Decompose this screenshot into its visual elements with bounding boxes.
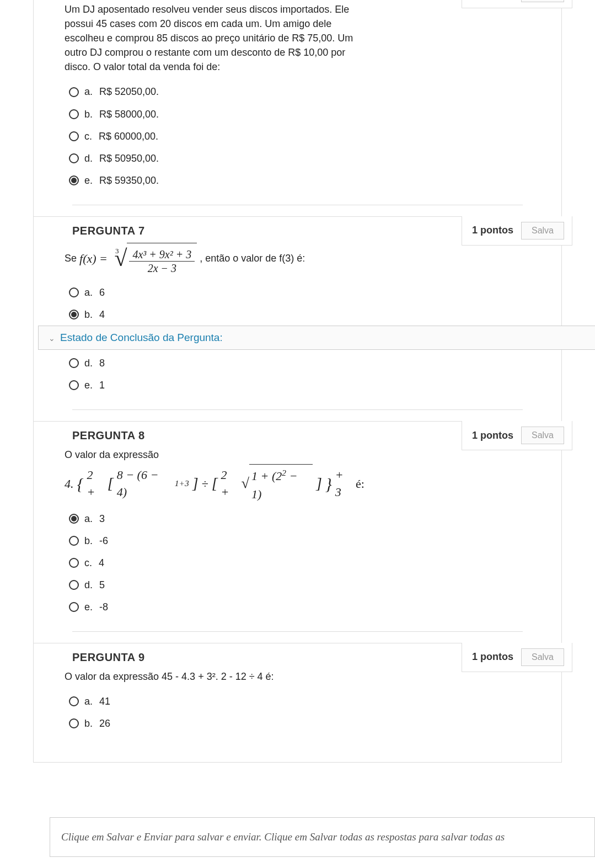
option-letter: e.: [84, 173, 93, 188]
option-row[interactable]: a.6: [65, 281, 364, 303]
radio-button[interactable]: [69, 109, 79, 119]
option-text: -6: [99, 534, 108, 548]
options-list: d.8e.1: [65, 352, 364, 396]
radio-button[interactable]: [69, 87, 79, 97]
option-letter: a.: [84, 84, 93, 99]
question-meta: 1 pontos Salva: [462, 0, 572, 8]
radio-button[interactable]: [69, 602, 79, 612]
option-row[interactable]: a.3: [65, 508, 364, 530]
options-list: a.41b.26: [65, 690, 364, 734]
radio-button[interactable]: [69, 580, 79, 590]
option-row[interactable]: b.4: [65, 303, 364, 326]
save-button[interactable]: Salva: [521, 427, 564, 444]
option-text: R$ 60000,00.: [99, 129, 158, 143]
option-letter: e.: [84, 600, 93, 614]
option-letter: c.: [84, 129, 92, 143]
question-6-block: 1 pontos Salva PERGUNTA 6 Um DJ aposenta…: [34, 0, 561, 216]
option-row[interactable]: a.R$ 52050,00.: [65, 81, 364, 103]
option-letter: a.: [84, 694, 93, 709]
option-letter: c.: [84, 556, 92, 570]
radio-button[interactable]: [69, 380, 79, 390]
question-9-block: 1 pontos Salva PERGUNTA 9 O valor da exp…: [34, 643, 561, 745]
option-row[interactable]: a.41: [65, 690, 364, 712]
radio-button[interactable]: [69, 558, 79, 568]
option-row[interactable]: c.R$ 60000,00.: [65, 125, 364, 147]
options-list: a.3b.-6c.4d.5e.-8: [65, 508, 364, 618]
fraction-denominator: 2x − 3: [144, 262, 180, 275]
option-text: 5: [99, 578, 105, 592]
option-text: 6: [99, 285, 105, 300]
option-letter: e.: [84, 378, 93, 392]
radio-button[interactable]: [69, 536, 79, 546]
radio-button[interactable]: [69, 718, 79, 728]
radio-button[interactable]: [69, 310, 79, 319]
option-row[interactable]: e.-8: [65, 596, 364, 618]
option-letter: b.: [84, 307, 93, 322]
option-row[interactable]: d.5: [65, 574, 364, 596]
option-text: 8: [99, 356, 105, 370]
option-text: 4: [99, 556, 104, 570]
option-text: R$ 52050,00.: [99, 84, 159, 99]
question-title: PERGUNTA 7: [72, 225, 145, 237]
root-index: 3: [115, 246, 119, 257]
option-text: R$ 50950,00.: [99, 151, 159, 166]
completion-status-link[interactable]: Estado de Conclusão da Pergunta:: [60, 332, 223, 343]
option-text: 3: [99, 512, 105, 526]
question-meta: 1 pontos Salva: [462, 643, 572, 672]
options-list: a.R$ 52050,00.b.R$ 58000,00.c.R$ 60000,0…: [65, 81, 364, 191]
divider: [72, 631, 523, 632]
save-button[interactable]: Salva: [521, 222, 564, 239]
points-label: 1 pontos: [472, 225, 513, 236]
chevron-down-icon: ⌄: [49, 334, 55, 343]
radio-button[interactable]: [69, 514, 79, 524]
option-text: R$ 58000,00.: [99, 107, 159, 121]
option-row[interactable]: d.R$ 50950,00.: [65, 147, 364, 169]
radio-button[interactable]: [69, 131, 79, 141]
radio-button[interactable]: [69, 153, 79, 163]
option-letter: b.: [84, 107, 93, 121]
option-text: 41: [99, 694, 110, 709]
options-list: a.6b.4: [65, 281, 364, 326]
option-letter: d.: [84, 578, 93, 592]
option-row[interactable]: b.R$ 58000,00.: [65, 103, 364, 125]
option-text: R$ 59350,00.: [99, 173, 159, 188]
option-row[interactable]: b.-6: [65, 530, 364, 552]
text-prefix: Se: [65, 253, 79, 264]
math-expression: 4.{2 + [8 − (6 − 4)1+3] ÷ [2 + √1 + (22 …: [65, 464, 364, 503]
option-row[interactable]: d.8: [65, 352, 364, 374]
question-title: PERGUNTA 9: [72, 651, 145, 664]
option-letter: a.: [84, 512, 93, 526]
option-letter: a.: [84, 285, 93, 300]
math-formula: f(x) = 3 √ 4x³ + 9x² + 3 2x − 3: [79, 243, 197, 275]
question-meta: 1 pontos Salva: [462, 421, 572, 450]
save-button[interactable]: Salva: [521, 0, 564, 2]
radio-button[interactable]: [69, 696, 79, 706]
question-text-line1: O valor da expressão: [65, 448, 364, 462]
question-text: O valor da expressão 45 - 4.3 + 3². 2 - …: [65, 669, 364, 684]
option-text: 4: [99, 307, 105, 322]
points-label: 1 pontos: [472, 651, 513, 663]
radio-button[interactable]: [69, 287, 79, 297]
completion-status-bar[interactable]: ⌄ Estado de Conclusão da Pergunta:: [38, 326, 595, 350]
radio-button[interactable]: [69, 358, 79, 368]
question-7-block: 1 pontos Salva PERGUNTA 7 Se f(x) = 3 √: [34, 216, 561, 421]
option-letter: b.: [84, 716, 93, 731]
option-letter: d.: [84, 356, 93, 370]
option-text: 1: [99, 378, 105, 392]
question-title: PERGUNTA 8: [72, 429, 145, 442]
question-8-block: 1 pontos Salva PERGUNTA 8 O valor da exp…: [34, 421, 561, 643]
option-row[interactable]: e.R$ 59350,00.: [65, 169, 364, 191]
text-suffix: , então o valor de f(3) é:: [200, 253, 305, 264]
question-meta: 1 pontos Salva: [462, 216, 572, 246]
save-button[interactable]: Salva: [521, 648, 564, 666]
divider: [72, 205, 523, 205]
question-text: Se f(x) = 3 √ 4x³ + 9x² + 3 2x − 3: [65, 243, 364, 275]
points-label: 1 pontos: [472, 430, 513, 441]
option-text: -8: [99, 600, 108, 614]
radio-button[interactable]: [69, 175, 79, 185]
option-row[interactable]: e.1: [65, 374, 364, 396]
option-row[interactable]: c.4: [65, 552, 364, 574]
fraction-numerator: 4x³ + 9x² + 3: [129, 248, 195, 262]
option-row[interactable]: b.26: [65, 712, 364, 734]
option-text: 26: [99, 716, 110, 731]
